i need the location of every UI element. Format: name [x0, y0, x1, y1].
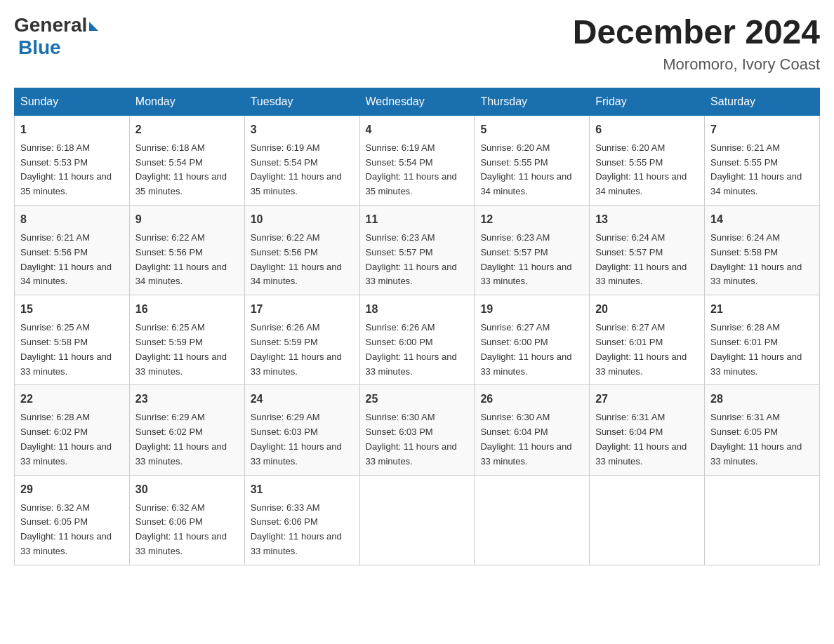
calendar-cell: 28 Sunrise: 6:31 AMSunset: 6:05 PMDaylig… — [705, 385, 820, 475]
day-number: 23 — [135, 391, 239, 408]
calendar-cell: 15 Sunrise: 6:25 AMSunset: 5:58 PMDaylig… — [15, 295, 130, 385]
calendar-cell: 1 Sunrise: 6:18 AMSunset: 5:53 PMDayligh… — [15, 115, 130, 205]
day-number: 24 — [251, 391, 354, 408]
calendar-cell: 21 Sunrise: 6:28 AMSunset: 6:01 PMDaylig… — [705, 295, 820, 385]
day-info: Sunrise: 6:21 AMSunset: 5:55 PMDaylight:… — [710, 142, 802, 196]
calendar-cell: 24 Sunrise: 6:29 AMSunset: 6:03 PMDaylig… — [244, 385, 359, 475]
calendar-cell: 17 Sunrise: 6:26 AMSunset: 5:59 PMDaylig… — [244, 295, 359, 385]
calendar-cell — [359, 475, 475, 565]
day-number: 20 — [595, 301, 699, 318]
calendar-cell: 18 Sunrise: 6:26 AMSunset: 6:00 PMDaylig… — [359, 295, 475, 385]
day-info: Sunrise: 6:20 AMSunset: 5:55 PMDaylight:… — [595, 142, 687, 196]
day-number: 13 — [595, 211, 699, 228]
calendar-week-row: 22 Sunrise: 6:28 AMSunset: 6:02 PMDaylig… — [15, 385, 820, 475]
calendar-week-row: 1 Sunrise: 6:18 AMSunset: 5:53 PMDayligh… — [15, 115, 820, 205]
weekday-header-tuesday: Tuesday — [244, 88, 359, 115]
day-info: Sunrise: 6:28 AMSunset: 6:01 PMDaylight:… — [710, 322, 802, 376]
calendar-cell: 11 Sunrise: 6:23 AMSunset: 5:57 PMDaylig… — [359, 205, 475, 295]
day-number: 8 — [20, 211, 124, 228]
day-number: 16 — [135, 301, 239, 318]
calendar-cell: 22 Sunrise: 6:28 AMSunset: 6:02 PMDaylig… — [15, 385, 130, 475]
calendar-cell: 20 Sunrise: 6:27 AMSunset: 6:01 PMDaylig… — [590, 295, 705, 385]
day-number: 2 — [135, 121, 239, 138]
day-number: 3 — [251, 121, 354, 138]
calendar-cell: 19 Sunrise: 6:27 AMSunset: 6:00 PMDaylig… — [475, 295, 590, 385]
calendar-cell — [705, 475, 820, 565]
calendar-cell: 6 Sunrise: 6:20 AMSunset: 5:55 PMDayligh… — [590, 115, 705, 205]
day-info: Sunrise: 6:33 AMSunset: 6:06 PMDaylight:… — [251, 502, 342, 556]
day-info: Sunrise: 6:28 AMSunset: 6:02 PMDaylight:… — [20, 412, 112, 466]
day-info: Sunrise: 6:25 AMSunset: 5:58 PMDaylight:… — [20, 322, 112, 376]
calendar-cell — [590, 475, 705, 565]
day-info: Sunrise: 6:27 AMSunset: 6:01 PMDaylight:… — [595, 322, 687, 376]
calendar-cell: 9 Sunrise: 6:22 AMSunset: 5:56 PMDayligh… — [129, 205, 244, 295]
day-number: 12 — [480, 211, 583, 228]
day-info: Sunrise: 6:26 AMSunset: 6:00 PMDaylight:… — [366, 322, 457, 376]
weekday-header-sunday: Sunday — [15, 88, 130, 115]
title-section: December 2024 Moromoro, Ivory Coast — [573, 14, 820, 74]
day-info: Sunrise: 6:23 AMSunset: 5:57 PMDaylight:… — [480, 232, 571, 286]
day-info: Sunrise: 6:18 AMSunset: 5:53 PMDaylight:… — [20, 142, 112, 196]
weekday-header-row: SundayMondayTuesdayWednesdayThursdayFrid… — [15, 88, 820, 115]
calendar-cell — [475, 475, 590, 565]
day-number: 18 — [366, 301, 469, 318]
day-number: 31 — [251, 481, 354, 498]
day-info: Sunrise: 6:30 AMSunset: 6:03 PMDaylight:… — [366, 412, 457, 466]
day-number: 1 — [20, 121, 124, 138]
day-info: Sunrise: 6:30 AMSunset: 6:04 PMDaylight:… — [480, 412, 571, 466]
calendar-cell: 30 Sunrise: 6:32 AMSunset: 6:06 PMDaylig… — [129, 475, 244, 565]
day-info: Sunrise: 6:21 AMSunset: 5:56 PMDaylight:… — [20, 232, 112, 286]
day-info: Sunrise: 6:26 AMSunset: 5:59 PMDaylight:… — [251, 322, 342, 376]
weekday-header-wednesday: Wednesday — [359, 88, 475, 115]
calendar-cell: 13 Sunrise: 6:24 AMSunset: 5:57 PMDaylig… — [590, 205, 705, 295]
day-number: 28 — [710, 391, 814, 408]
day-number: 10 — [251, 211, 354, 228]
calendar-cell: 5 Sunrise: 6:20 AMSunset: 5:55 PMDayligh… — [475, 115, 590, 205]
day-number: 25 — [366, 391, 469, 408]
calendar-cell: 31 Sunrise: 6:33 AMSunset: 6:06 PMDaylig… — [244, 475, 359, 565]
day-info: Sunrise: 6:18 AMSunset: 5:54 PMDaylight:… — [135, 142, 227, 196]
calendar-cell: 26 Sunrise: 6:30 AMSunset: 6:04 PMDaylig… — [475, 385, 590, 475]
logo-blue-text: Blue — [18, 36, 61, 58]
logo: General Blue — [14, 14, 98, 59]
calendar-cell: 27 Sunrise: 6:31 AMSunset: 6:04 PMDaylig… — [590, 385, 705, 475]
day-info: Sunrise: 6:27 AMSunset: 6:00 PMDaylight:… — [480, 322, 571, 376]
weekday-header-thursday: Thursday — [475, 88, 590, 115]
calendar-cell: 4 Sunrise: 6:19 AMSunset: 5:54 PMDayligh… — [359, 115, 475, 205]
day-number: 5 — [480, 121, 583, 138]
calendar-week-row: 29 Sunrise: 6:32 AMSunset: 6:05 PMDaylig… — [15, 475, 820, 565]
day-info: Sunrise: 6:29 AMSunset: 6:02 PMDaylight:… — [135, 412, 227, 466]
day-info: Sunrise: 6:23 AMSunset: 5:57 PMDaylight:… — [366, 232, 457, 286]
day-info: Sunrise: 6:20 AMSunset: 5:55 PMDaylight:… — [480, 142, 571, 196]
day-info: Sunrise: 6:19 AMSunset: 5:54 PMDaylight:… — [251, 142, 342, 196]
day-info: Sunrise: 6:31 AMSunset: 6:04 PMDaylight:… — [595, 412, 687, 466]
day-number: 22 — [20, 391, 124, 408]
logo-arrow-icon — [89, 22, 98, 31]
day-number: 29 — [20, 481, 124, 498]
page-header: General Blue December 2024 Moromoro, Ivo… — [14, 14, 820, 74]
calendar-week-row: 8 Sunrise: 6:21 AMSunset: 5:56 PMDayligh… — [15, 205, 820, 295]
day-number: 26 — [480, 391, 583, 408]
day-info: Sunrise: 6:31 AMSunset: 6:05 PMDaylight:… — [710, 412, 802, 466]
day-info: Sunrise: 6:24 AMSunset: 5:58 PMDaylight:… — [710, 232, 802, 286]
weekday-header-friday: Friday — [590, 88, 705, 115]
day-number: 21 — [710, 301, 814, 318]
calendar-cell: 14 Sunrise: 6:24 AMSunset: 5:58 PMDaylig… — [705, 205, 820, 295]
day-info: Sunrise: 6:22 AMSunset: 5:56 PMDaylight:… — [135, 232, 227, 286]
calendar-cell: 16 Sunrise: 6:25 AMSunset: 5:59 PMDaylig… — [129, 295, 244, 385]
day-number: 17 — [251, 301, 354, 318]
logo-general-text: General — [14, 14, 87, 36]
calendar-cell: 3 Sunrise: 6:19 AMSunset: 5:54 PMDayligh… — [244, 115, 359, 205]
calendar-cell: 12 Sunrise: 6:23 AMSunset: 5:57 PMDaylig… — [475, 205, 590, 295]
day-info: Sunrise: 6:32 AMSunset: 6:06 PMDaylight:… — [135, 502, 227, 556]
day-number: 9 — [135, 211, 239, 228]
calendar-cell: 23 Sunrise: 6:29 AMSunset: 6:02 PMDaylig… — [129, 385, 244, 475]
calendar-cell: 8 Sunrise: 6:21 AMSunset: 5:56 PMDayligh… — [15, 205, 130, 295]
calendar-cell: 7 Sunrise: 6:21 AMSunset: 5:55 PMDayligh… — [705, 115, 820, 205]
day-number: 14 — [710, 211, 814, 228]
day-number: 27 — [595, 391, 699, 408]
calendar-week-row: 15 Sunrise: 6:25 AMSunset: 5:58 PMDaylig… — [15, 295, 820, 385]
weekday-header-monday: Monday — [129, 88, 244, 115]
day-info: Sunrise: 6:32 AMSunset: 6:05 PMDaylight:… — [20, 502, 112, 556]
day-info: Sunrise: 6:22 AMSunset: 5:56 PMDaylight:… — [251, 232, 342, 286]
